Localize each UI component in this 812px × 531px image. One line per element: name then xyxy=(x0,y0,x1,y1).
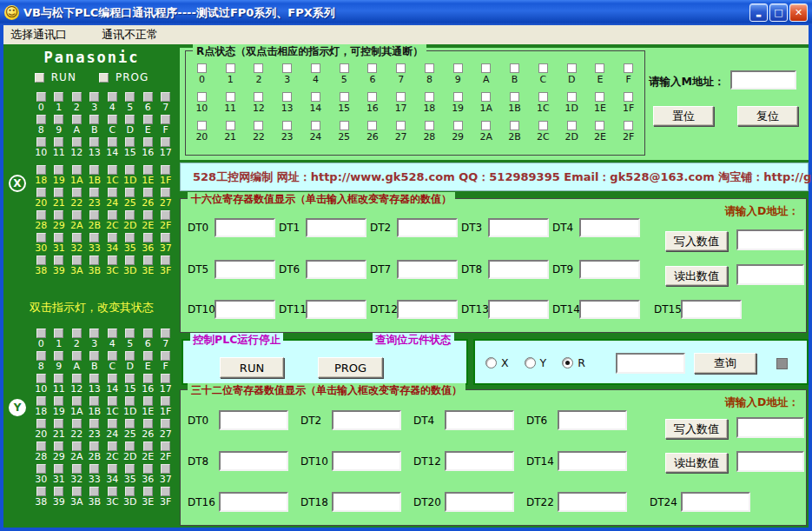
indicator-light[interactable] xyxy=(125,233,135,242)
r-indicator-light[interactable] xyxy=(282,63,292,73)
r-indicator-light[interactable] xyxy=(595,121,604,130)
indicator-light[interactable] xyxy=(161,329,170,338)
dt-input[interactable] xyxy=(306,260,366,279)
reg16-d-address-read-input[interactable] xyxy=(736,264,804,285)
dt-input[interactable] xyxy=(488,218,549,237)
dt-input[interactable] xyxy=(397,300,458,319)
indicator-light[interactable] xyxy=(72,233,82,242)
r-indicator-light[interactable] xyxy=(254,63,263,73)
indicator-light[interactable] xyxy=(161,351,170,361)
indicator-light[interactable] xyxy=(36,137,46,147)
indicator-light[interactable] xyxy=(161,487,170,496)
dt-input[interactable] xyxy=(332,410,401,430)
dt-input[interactable] xyxy=(579,218,640,237)
indicator-light[interactable] xyxy=(161,137,170,147)
dt-input[interactable] xyxy=(332,492,401,512)
indicator-light[interactable] xyxy=(108,210,117,220)
indicator-light[interactable] xyxy=(72,396,82,406)
r-indicator-light[interactable] xyxy=(226,92,235,102)
radio-option-r[interactable]: R xyxy=(562,356,585,369)
indicator-light[interactable] xyxy=(161,92,170,102)
indicator-light[interactable] xyxy=(125,487,135,496)
indicator-light[interactable] xyxy=(89,464,99,474)
indicator-light[interactable] xyxy=(108,188,117,197)
indicator-light[interactable] xyxy=(143,329,153,338)
indicator-light[interactable] xyxy=(89,165,99,175)
indicator-light[interactable] xyxy=(108,487,117,496)
indicator-light[interactable] xyxy=(89,396,99,406)
r-indicator-light[interactable] xyxy=(538,92,548,102)
indicator-light[interactable] xyxy=(72,419,82,428)
r-indicator-light[interactable] xyxy=(481,92,491,102)
indicator-light[interactable] xyxy=(89,233,99,242)
r-indicator-light[interactable] xyxy=(425,63,434,73)
indicator-light[interactable] xyxy=(36,419,46,428)
r-indicator-light[interactable] xyxy=(340,121,349,130)
indicator-light[interactable] xyxy=(125,92,135,102)
r-indicator-light[interactable] xyxy=(453,92,463,102)
close-button[interactable]: ✕ xyxy=(789,3,808,22)
indicator-light[interactable] xyxy=(36,92,46,102)
reg32-d-address-write-input[interactable] xyxy=(736,417,804,438)
dt-input[interactable] xyxy=(445,451,514,471)
indicator-light[interactable] xyxy=(89,137,99,147)
indicator-light[interactable] xyxy=(125,256,135,265)
r-indicator-light[interactable] xyxy=(453,121,463,130)
indicator-light[interactable] xyxy=(161,464,170,474)
indicator-light[interactable] xyxy=(143,441,153,451)
indicator-light[interactable] xyxy=(125,137,135,147)
indicator-light[interactable] xyxy=(125,329,135,338)
indicator-light[interactable] xyxy=(108,256,117,265)
indicator-light[interactable] xyxy=(72,374,82,383)
dt-input[interactable] xyxy=(215,300,275,319)
indicator-light[interactable] xyxy=(108,374,117,383)
indicator-light[interactable] xyxy=(125,115,135,124)
r-indicator-light[interactable] xyxy=(510,92,519,102)
indicator-light[interactable] xyxy=(36,351,46,361)
dt-input[interactable] xyxy=(488,260,549,279)
indicator-light[interactable] xyxy=(72,188,82,197)
indicator-light[interactable] xyxy=(125,165,135,175)
title-bar[interactable]: ☺ VB与松下PLC编程口通讯程序----测试过FP0系列、FPX系列 ▬ □ … xyxy=(0,0,812,25)
dt-input[interactable] xyxy=(558,451,627,471)
r-indicator-light[interactable] xyxy=(282,121,292,130)
indicator-light[interactable] xyxy=(89,329,99,338)
dt-input[interactable] xyxy=(306,218,366,237)
radio-option-x[interactable]: X xyxy=(485,356,509,369)
set-button[interactable]: 置位 xyxy=(653,106,714,126)
indicator-light[interactable] xyxy=(54,137,63,147)
indicator-light[interactable] xyxy=(54,329,63,338)
indicator-light[interactable] xyxy=(161,419,170,428)
indicator-light[interactable] xyxy=(143,137,153,147)
dt-input[interactable] xyxy=(215,218,275,237)
indicator-light[interactable] xyxy=(143,487,153,496)
indicator-light[interactable] xyxy=(89,115,99,124)
indicator-light[interactable] xyxy=(72,441,82,451)
indicator-light[interactable] xyxy=(54,351,63,361)
r-indicator-light[interactable] xyxy=(197,121,207,130)
indicator-light[interactable] xyxy=(72,256,82,265)
m-address-input[interactable] xyxy=(730,70,796,90)
dt-input[interactable] xyxy=(681,300,742,319)
indicator-light[interactable] xyxy=(161,233,170,242)
run-button[interactable]: RUN xyxy=(220,357,284,378)
dt-input[interactable] xyxy=(306,300,366,319)
indicator-light[interactable] xyxy=(125,374,135,383)
r-indicator-light[interactable] xyxy=(595,63,604,73)
r-indicator-light[interactable] xyxy=(282,92,292,102)
r-indicator-light[interactable] xyxy=(624,92,633,102)
indicator-light[interactable] xyxy=(143,92,153,102)
reset-button[interactable]: 复位 xyxy=(737,106,798,126)
indicator-light[interactable] xyxy=(36,256,46,265)
dt-input[interactable] xyxy=(332,451,401,471)
indicator-light[interactable] xyxy=(143,115,153,124)
indicator-light[interactable] xyxy=(72,464,82,474)
indicator-light[interactable] xyxy=(125,419,135,428)
r-indicator-light[interactable] xyxy=(595,92,604,102)
indicator-light[interactable] xyxy=(161,256,170,265)
indicator-light[interactable] xyxy=(54,396,63,406)
indicator-light[interactable] xyxy=(36,487,46,496)
indicator-light[interactable] xyxy=(161,374,170,383)
indicator-light[interactable] xyxy=(161,441,170,451)
r-indicator-light[interactable] xyxy=(197,63,207,73)
